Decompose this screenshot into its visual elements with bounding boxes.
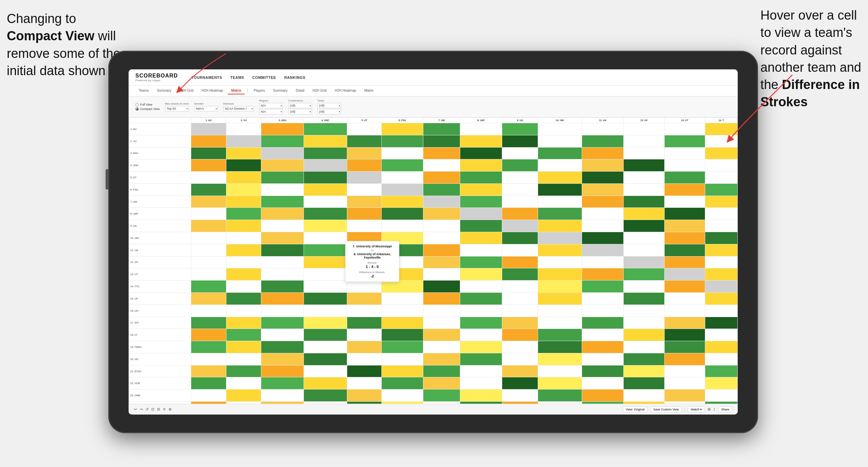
matrix-cell[interactable] — [423, 196, 460, 208]
max-teams-select[interactable]: Top 50 Top 25 Top 10 — [165, 106, 189, 111]
matrix-cell[interactable] — [261, 341, 304, 353]
matrix-cell[interactable] — [502, 147, 538, 159]
matrix-cell[interactable] — [665, 292, 705, 305]
sub-tab-h2h-heatmap-1[interactable]: H2H Heatmap — [198, 87, 226, 94]
sub-tab-matrix-2[interactable]: Matrix — [361, 87, 377, 94]
grid-icon[interactable]: ⊞ — [708, 407, 711, 412]
matrix-cell[interactable] — [460, 183, 502, 196]
matrix-cell[interactable] — [623, 292, 664, 305]
matrix-cell[interactable] — [460, 281, 502, 293]
matrix-cell[interactable] — [502, 292, 538, 305]
matrix-cell[interactable] — [665, 377, 705, 390]
refresh-icon[interactable]: ↺ — [146, 407, 149, 412]
sub-tab-h2h-grid-1[interactable]: H2H Grid — [176, 87, 197, 94]
matrix-cell[interactable] — [226, 244, 261, 256]
matrix-cell[interactable] — [381, 377, 423, 390]
matrix-cell[interactable] — [347, 208, 382, 220]
matrix-cell[interactable] — [226, 317, 261, 329]
matrix-cell[interactable] — [261, 208, 304, 220]
nav-tournaments[interactable]: TOURNAMENTS — [192, 75, 222, 80]
matrix-cell[interactable] — [538, 159, 582, 172]
matrix-cell[interactable] — [423, 329, 460, 341]
zoom-fit-icon[interactable]: ⊡ — [151, 407, 154, 412]
matrix-cell[interactable] — [538, 329, 582, 341]
matrix-cell[interactable] — [582, 159, 623, 172]
matrix-cell[interactable] — [502, 341, 538, 353]
matrix-cell[interactable] — [347, 292, 382, 305]
matrix-cell[interactable] — [705, 232, 737, 244]
matrix-cell[interactable] — [423, 147, 460, 159]
matrix-cell[interactable] — [502, 244, 538, 256]
matrix-cell[interactable] — [502, 268, 538, 281]
matrix-cell[interactable] — [582, 244, 623, 256]
matrix-cell[interactable] — [623, 390, 664, 402]
matrix-cell[interactable] — [191, 172, 226, 184]
matrix-cell[interactable] — [623, 256, 664, 268]
matrix-cell[interactable] — [538, 353, 582, 365]
matrix-cell[interactable] — [304, 159, 347, 172]
matrix-cell[interactable] — [502, 256, 538, 268]
matrix-cell[interactable] — [261, 183, 304, 196]
sub-tab-players[interactable]: Players — [250, 87, 268, 94]
matrix-cell[interactable] — [538, 123, 582, 135]
full-view-radio[interactable] — [135, 103, 139, 106]
sub-tab-summary-2[interactable]: Summary — [270, 87, 291, 94]
matrix-cell[interactable] — [381, 353, 423, 365]
matrix-cell[interactable] — [502, 159, 538, 172]
matrix-cell[interactable] — [582, 292, 623, 305]
matrix-cell[interactable] — [582, 341, 623, 353]
matrix-cell[interactable] — [538, 172, 582, 184]
matrix-cell[interactable] — [304, 172, 347, 184]
matrix-cell[interactable] — [705, 208, 737, 220]
matrix-cell[interactable] — [261, 256, 304, 268]
matrix-cell[interactable] — [538, 305, 582, 317]
matrix-cell[interactable] — [304, 147, 347, 159]
matrix-cell[interactable] — [191, 220, 226, 232]
matrix-cell[interactable] — [261, 377, 304, 390]
region-select-2[interactable]: N/A — [259, 109, 283, 114]
matrix-cell[interactable] — [191, 147, 226, 159]
matrix-cell[interactable] — [582, 305, 623, 317]
matrix-cell[interactable] — [582, 353, 623, 365]
matrix-cell[interactable] — [623, 341, 664, 353]
matrix-cell[interactable] — [304, 123, 347, 135]
matrix-cell[interactable] — [226, 123, 261, 135]
matrix-cell[interactable] — [538, 365, 582, 377]
matrix-cell[interactable] — [261, 390, 304, 402]
matrix-cell[interactable] — [623, 159, 664, 172]
matrix-cell[interactable] — [665, 353, 705, 365]
matrix-cell[interactable] — [538, 135, 582, 147]
full-view-option[interactable]: Full View — [135, 103, 160, 106]
matrix-cell[interactable] — [304, 220, 347, 232]
matrix-cell[interactable] — [261, 305, 304, 317]
matrix-cell[interactable] — [665, 317, 705, 329]
matrix-cell[interactable] — [261, 353, 304, 365]
matrix-cell[interactable] — [304, 232, 347, 244]
matrix-cell[interactable] — [226, 135, 261, 147]
matrix-cell[interactable] — [460, 147, 502, 159]
matrix-cell[interactable] — [665, 256, 705, 268]
matrix-cell[interactable] — [261, 317, 304, 329]
matrix-cell[interactable] — [423, 208, 460, 220]
matrix-cell[interactable] — [226, 329, 261, 341]
matrix-cell[interactable] — [381, 208, 423, 220]
matrix-cell[interactable] — [261, 281, 304, 293]
matrix-cell[interactable] — [538, 256, 582, 268]
matrix-cell[interactable] — [304, 135, 347, 147]
matrix-cell[interactable] — [460, 317, 502, 329]
matrix-cell[interactable] — [423, 268, 460, 281]
sub-tab-matrix-1[interactable]: Matrix — [228, 87, 244, 94]
matrix-cell[interactable] — [347, 377, 382, 390]
division-select[interactable]: NCAA Division I NCAA Division II NCAA Di… — [223, 106, 254, 111]
matrix-cell[interactable] — [191, 196, 226, 208]
matrix-cell[interactable] — [423, 220, 460, 232]
matrix-cell[interactable] — [460, 123, 502, 135]
matrix-cell[interactable] — [191, 208, 226, 220]
matrix-cell[interactable] — [304, 268, 347, 281]
matrix-cell[interactable] — [665, 329, 705, 341]
matrix-cell[interactable] — [226, 147, 261, 159]
matrix-cell[interactable] — [502, 377, 538, 390]
matrix-cell[interactable] — [460, 292, 502, 305]
matrix-cell[interactable] — [191, 390, 226, 402]
matrix-cell[interactable] — [381, 196, 423, 208]
